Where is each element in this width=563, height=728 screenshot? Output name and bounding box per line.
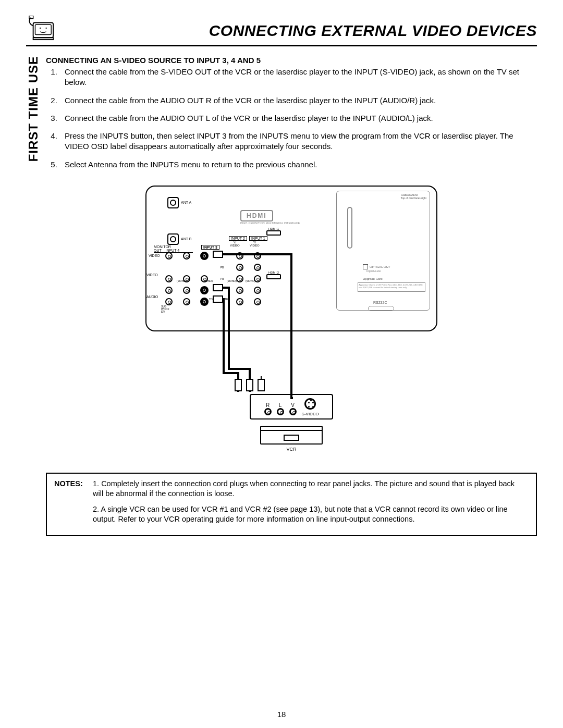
mono-label: (MONO) xyxy=(227,279,237,282)
vcr-caption: VCR xyxy=(145,447,437,452)
mono-label: (MONO) xyxy=(246,279,255,282)
input3-audio-r-jack xyxy=(200,298,209,306)
yvideo-label: Y/VIDEO xyxy=(250,241,260,247)
hdmi1-port: HDMI 1 xyxy=(266,227,281,236)
notes-box: NOTES: 1. Completely insert the connecti… xyxy=(46,473,537,536)
audio-row-label: AUDIO xyxy=(146,295,157,299)
connection-diagram: ANT A ANT B HDMI HIGH-DEFINITION MULTIME… xyxy=(145,186,437,452)
warning-label: Apparatus Claims of US Patent Nos 4,631,… xyxy=(358,282,425,292)
yvideo-label: Y/VIDEO xyxy=(230,241,240,247)
hdmi-sub: HIGH-DEFINITION MULTIMEDIA INTERFACE xyxy=(240,221,300,225)
step-item: Select Antenna from the INPUTS menu to r… xyxy=(59,159,537,170)
mono-label: (MONO) xyxy=(177,279,187,282)
svg-rect-11 xyxy=(235,379,241,391)
sub-label: SUBWOOFER xyxy=(161,305,169,313)
vcr-device-icon xyxy=(260,426,323,445)
page-number: 18 xyxy=(0,710,563,719)
center-label: TO AVC CENTER xyxy=(209,298,230,301)
vcr-l-label: L xyxy=(277,402,284,408)
svg-rect-4 xyxy=(33,38,53,40)
title-rule xyxy=(26,45,537,46)
svg-rect-1 xyxy=(35,24,51,34)
page-title: CONNECTING EXTERNAL VIDEO DEVICES xyxy=(56,22,537,41)
svg-point-2 xyxy=(40,28,41,29)
section-heading: CONNECTING AN S-VIDEO SOURCE TO INPUT 3,… xyxy=(46,56,537,65)
tv-rear-panel: ANT A ANT B HDMI HIGH-DEFINITION MULTIME… xyxy=(145,186,437,331)
step-item: Connect the cable from the AUDIO OUT R o… xyxy=(59,95,537,106)
hdmi-logo: HDMI xyxy=(240,210,273,221)
input3-label: INPUT 3 xyxy=(201,245,219,250)
optical-out-label: OPTICAL OUT xyxy=(363,264,390,269)
step-item: Connect the cable from the AUDIO OUT L o… xyxy=(59,113,537,124)
optical-sub-label: Digital Audio xyxy=(366,269,381,273)
hdmi2-port: HDMI 2 xyxy=(266,271,281,279)
section-side-label: FIRST TIME USE xyxy=(26,56,41,182)
note-item: 2. A single VCR can be used for VCR #1 a… xyxy=(93,504,525,525)
cablecard-label: CableCARDTop of card faces right xyxy=(401,193,426,200)
vcr-output-panel: R L V S-VIDEO xyxy=(250,394,333,419)
step-item: Press the INPUTS button, then select INP… xyxy=(59,131,537,152)
note-item: 1. Completely insert the connection cord… xyxy=(93,479,525,499)
rs232-label: RS232C xyxy=(373,301,387,304)
ant-b-jack: ANT B xyxy=(167,233,192,245)
mono-label: (MONO) xyxy=(203,279,213,282)
upgrade-label: Upgrade Card xyxy=(363,277,383,280)
input2-label: INPUT 2 xyxy=(229,236,247,241)
vcr-r-label: R xyxy=(264,402,272,408)
video-row-label: VIDEO xyxy=(146,273,157,277)
step-item: Connect the cable from the S-VIDEO OUT o… xyxy=(59,67,537,88)
svg-rect-15 xyxy=(258,379,264,391)
page-header: CONNECTING EXTERNAL VIDEO DEVICES xyxy=(26,16,537,41)
instruction-list: Connect the cable from the S-VIDEO OUT o… xyxy=(46,67,537,170)
input3-svideo-jack xyxy=(200,252,209,260)
notes-label: NOTES: xyxy=(54,479,91,489)
notes-list: 1. Completely insert the connection cord… xyxy=(93,479,525,530)
svg-point-3 xyxy=(45,28,46,29)
vcr-svideo-jack xyxy=(304,398,316,410)
svideo-row-label: S-VIDEO xyxy=(149,250,159,257)
svg-rect-13 xyxy=(247,379,253,391)
tv-plug-icon xyxy=(26,16,56,41)
ant-a-jack: ANT A xyxy=(167,197,191,208)
vcr-v-label: V xyxy=(289,402,297,408)
vcr-svideo-label: S-VIDEO xyxy=(302,412,319,416)
input1-label: INPUT 1 xyxy=(249,236,267,241)
input3-audio-l-jack xyxy=(200,286,209,294)
cablecard-slot: CableCARDTop of card faces right OPTICAL… xyxy=(336,191,430,311)
